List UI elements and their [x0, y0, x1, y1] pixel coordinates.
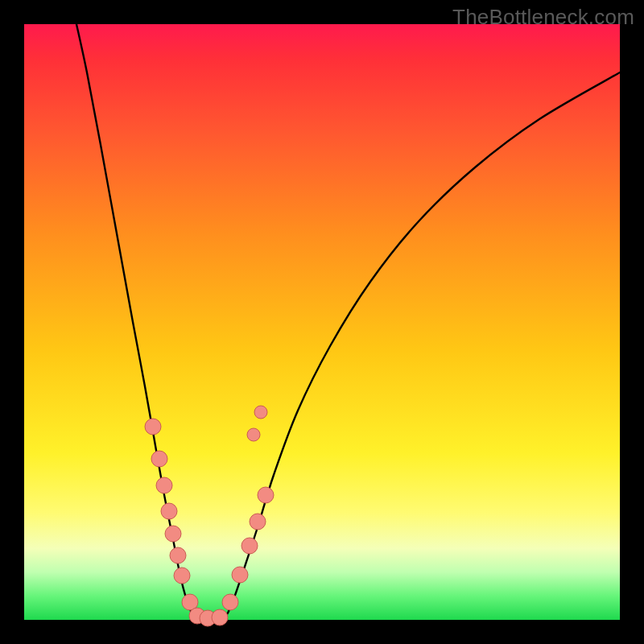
watermark-text: TheBottleneck.com — [452, 5, 634, 30]
curve-dot — [170, 547, 186, 564]
curve-dot — [222, 594, 238, 610]
curve-dot — [232, 567, 248, 583]
curve-dot — [258, 487, 274, 503]
curve-dot — [145, 419, 161, 435]
curve-dot — [156, 477, 172, 493]
curve-dot — [242, 538, 258, 554]
curve-dot — [151, 451, 167, 467]
curve-dot — [250, 514, 266, 530]
bottleneck-curve-svg — [24, 24, 620, 620]
curve-dot — [254, 406, 267, 419]
curve-dot — [212, 609, 228, 625]
bottleneck-curve — [76, 24, 620, 619]
plot-area — [24, 24, 620, 620]
chart-frame: TheBottleneck.com — [0, 0, 644, 644]
curve-dots-group — [145, 406, 274, 626]
curve-dot — [161, 503, 177, 519]
curve-dot — [174, 568, 190, 584]
curve-dot — [247, 428, 260, 441]
curve-dot — [165, 526, 181, 542]
